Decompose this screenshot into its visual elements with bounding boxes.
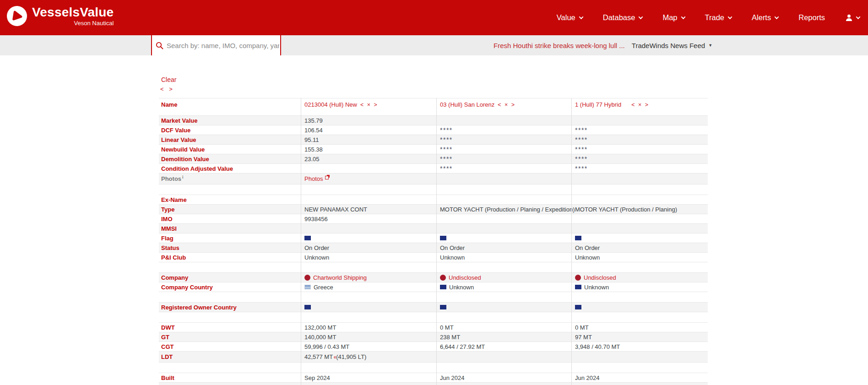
- user-menu[interactable]: [845, 14, 860, 22]
- chevron-down-icon: [775, 15, 779, 19]
- row-label: Company Country: [159, 284, 301, 291]
- clear-button[interactable]: Clear: [161, 76, 176, 83]
- table-row: TypeNEW PANAMAX CONTMOTOR YACHT (Product…: [159, 204, 708, 214]
- table-cell: 3,948 / 40.70 MT: [571, 343, 708, 350]
- eu-flag-icon: [440, 236, 446, 240]
- vesselsvalue-logo[interactable]: VesselsValue Veson Nautical: [6, 5, 114, 27]
- table-cell: 155.38: [301, 146, 436, 153]
- table-cell: Unknown: [571, 254, 708, 261]
- nav-item-map[interactable]: Map: [662, 13, 684, 22]
- row-label: DCF Value: [159, 127, 301, 134]
- cell-link[interactable]: Chartworld Shipping: [313, 274, 367, 281]
- table-cell: 59,996 / 0.43 MT: [301, 343, 436, 350]
- cell-text: Unknown: [304, 254, 329, 261]
- table-cell: Chartworld Shipping: [301, 274, 436, 281]
- table-row: Newbuild Value155.38********: [159, 144, 708, 154]
- column-pager[interactable]: < >: [160, 86, 179, 92]
- table-row: CompanyChartworld ShippingUndisclosedUnd…: [159, 272, 708, 282]
- nav-item-reports[interactable]: Reports: [798, 13, 825, 22]
- cell-link[interactable]: Undisclosed: [449, 274, 481, 281]
- eu-flag-icon: [575, 285, 581, 289]
- column-divider: [436, 98, 437, 385]
- table-cell: Photos: [301, 175, 436, 182]
- cell-text: 140,000 MT: [304, 334, 336, 341]
- chevron-down-icon: [579, 15, 583, 19]
- column-divider: [301, 98, 301, 385]
- news-feed-bar: Fresh Houthi strike breaks week-long lul…: [494, 35, 712, 55]
- cell-link[interactable]: Photos: [304, 175, 323, 182]
- table-cell: [301, 236, 436, 240]
- ext-link-icon: [325, 176, 329, 179]
- nav-item-trade[interactable]: Trade: [705, 13, 732, 22]
- brand-name: VesselsValue: [32, 5, 114, 19]
- table-cell: ****: [436, 155, 571, 163]
- column-controls[interactable]: < × >: [631, 102, 649, 108]
- row-label: Condition Adjusted Value: [159, 165, 301, 172]
- cell-text: 42,577 MT: [304, 353, 333, 360]
- cell-text: ****: [440, 126, 453, 134]
- table-cell: [436, 236, 571, 240]
- nav-item-alerts[interactable]: Alerts: [752, 13, 778, 22]
- vessel-column-header: 0213004 (Hull) New < × >: [301, 98, 436, 108]
- eu-flag-icon: [575, 236, 581, 240]
- table-row: Condition Adjusted Value********: [159, 163, 708, 173]
- table-cell: ****: [571, 126, 708, 134]
- spacer-row: [159, 362, 708, 373]
- nav-item-database[interactable]: Database: [603, 13, 643, 22]
- search-input[interactable]: [163, 41, 280, 50]
- table-row: PhotosiPhotos: [159, 173, 708, 184]
- column-controls[interactable]: < × >: [360, 102, 378, 108]
- table-cell: Jun 2024: [571, 374, 708, 381]
- cell-link[interactable]: Undisclosed: [584, 274, 616, 281]
- table-cell: 95.11: [301, 136, 436, 143]
- row-label: Demolition Value: [159, 156, 301, 163]
- vessel-name-link[interactable]: 1 (Hull) 77 Hybrid: [575, 101, 621, 108]
- news-feed-toggle[interactable]: TradeWinds News Feed ▼: [632, 42, 712, 49]
- cell-text: ****: [440, 155, 453, 163]
- table-cell: 0 MT: [571, 324, 708, 331]
- chevron-down-icon: [856, 15, 861, 19]
- global-search: [151, 35, 281, 55]
- table-row: Flag: [159, 233, 708, 243]
- row-label: CGT: [159, 343, 301, 350]
- main-nav: ValueDatabaseMapTradeAlertsReports: [557, 0, 860, 35]
- cell-text: Greece: [314, 284, 333, 291]
- vessel-name-link[interactable]: 0213004 (Hull) New: [304, 101, 357, 108]
- table-row: Company CountryGreeceUnknownUnknown: [159, 282, 708, 292]
- row-label: Status: [159, 244, 301, 251]
- cell-text: 95.11: [304, 136, 319, 143]
- row-label: Linear Value: [159, 136, 301, 143]
- table-cell: ****: [436, 126, 571, 134]
- column-divider: [571, 98, 572, 385]
- table-cell: [301, 305, 436, 309]
- cell-text: 238 MT: [440, 334, 460, 341]
- vessel-column-header: 1 (Hull) 77 Hybrid < × >: [571, 98, 708, 108]
- row-label: MMSI: [159, 225, 301, 232]
- table-row: Ex-Name: [159, 195, 708, 204]
- cell-text: MOTOR YACHT (Production / Planing / Expe…: [440, 206, 575, 213]
- cell-text: 3,948 / 40.70 MT: [575, 343, 620, 350]
- table-cell: [571, 236, 708, 240]
- table-cell: On Order: [436, 244, 571, 251]
- column-controls[interactable]: < × >: [498, 102, 515, 108]
- news-headline-link[interactable]: Fresh Houthi strike breaks week-long lul…: [494, 42, 625, 49]
- table-row: BuiltSep 2024Jun 2024Jun 2024: [159, 373, 708, 382]
- table-cell: Sep 2024: [301, 374, 436, 381]
- table-cell: ****: [571, 155, 708, 163]
- row-label: Type: [159, 206, 301, 213]
- table-cell: MOTOR YACHT (Production / Planing / Expe…: [436, 206, 571, 213]
- table-cell: ****: [571, 136, 708, 143]
- cell-text: ****: [440, 165, 453, 172]
- table-cell: ****: [436, 136, 571, 143]
- cell-text: Unknown: [575, 254, 600, 261]
- row-label: GT: [159, 334, 301, 341]
- table-row: Linear Value95.11********: [159, 135, 708, 144]
- row-label: LDT: [159, 353, 301, 360]
- table-cell: 238 MT: [436, 334, 571, 341]
- nav-item-value[interactable]: Value: [557, 13, 583, 22]
- cell-text: 9938456: [304, 216, 328, 222]
- comparison-table: Name 0213004 (Hull) New < × > 03 (Hull) …: [159, 98, 708, 385]
- cell-text: On Order: [575, 244, 600, 251]
- vessel-name-link[interactable]: 03 (Hull) San Lorenz: [440, 101, 494, 108]
- cell-text: 0 MT: [575, 324, 589, 331]
